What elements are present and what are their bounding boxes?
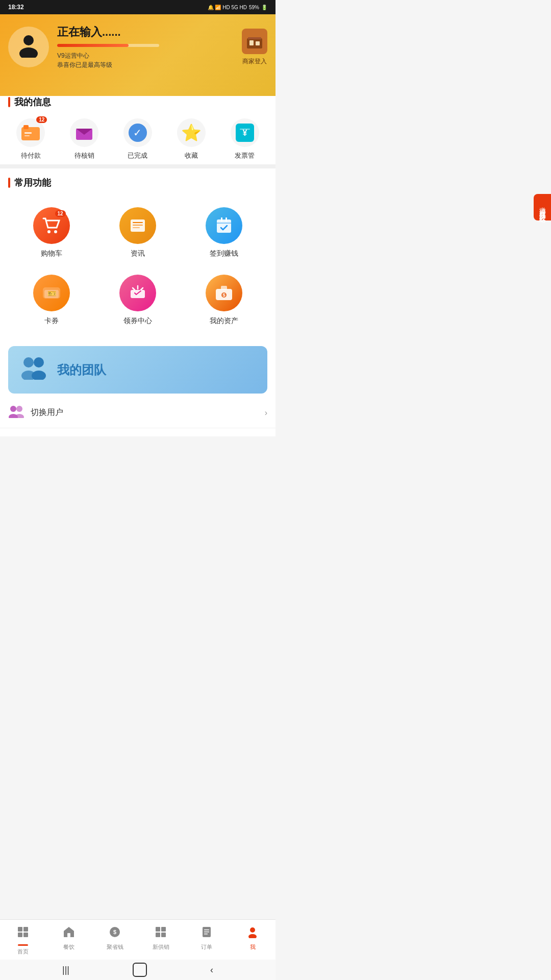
merchant-icon [242,29,267,54]
svg-point-33 [23,357,34,368]
switch-user-arrow-icon: › [265,408,267,418]
switch-user-button[interactable]: 切换用户 › [0,398,276,428]
status-right: 🔔 📶 HD 5G HD 59% 🔋 [208,5,267,10]
completed-label: 已完成 [128,151,147,160]
svg-rect-18 [133,222,143,223]
favorites-label: 收藏 [185,151,198,160]
team-label: 我的团队 [57,362,106,378]
switch-user-icon [8,404,24,422]
svg-rect-20 [133,227,140,228]
svg-rect-19 [133,225,143,226]
feature-card-voucher[interactable]: 🎫 卡券 [8,266,94,334]
svg-rect-22 [217,223,231,224]
svg-rect-3 [248,37,261,39]
section-bar [8,97,10,107]
progress-bar-fill [57,44,129,47]
news-label: 资讯 [131,249,145,258]
feature-news[interactable]: 资讯 [94,199,181,266]
my-team-banner[interactable]: 我的团队 [8,346,267,394]
pending-verify-label: 待核销 [74,151,94,160]
svg-rect-14 [240,129,250,130]
invoice-icon: ¥ [236,124,254,142]
switch-user-label: 切换用户 [31,407,259,418]
avatar[interactable] [8,27,49,67]
divider-1 [0,164,276,168]
order-item-favorites[interactable]: ⭐ 收藏 [164,114,218,164]
invoice-label: 发票管 [235,151,255,160]
svg-point-0 [23,35,34,45]
status-battery: 59% [249,5,259,10]
pending-payment-badge: 12 [36,116,47,123]
svg-point-40 [15,414,24,418]
status-time: 18:32 [8,4,24,11]
svg-point-34 [34,357,44,368]
card-voucher-label: 卡券 [44,316,59,326]
svg-rect-4 [249,40,254,45]
svg-text:$: $ [223,292,226,298]
checkin-label: 签到赚钱 [210,249,238,258]
shopping-cart-label: 购物车 [41,249,62,258]
pending-payment-icon-wrapper: 12 [16,118,45,147]
svg-text:¥: ¥ [242,129,247,137]
typing-text: 正在输入...... [57,24,234,40]
my-assets-icon-wrapper: $ [206,275,242,311]
card-voucher-icon-wrapper: 🎫 [33,275,70,311]
status-bar: 18:32 🔔 📶 HD 5G HD 59% 🔋 [0,0,276,14]
svg-point-36 [32,371,46,380]
status-icons: 🔔 📶 HD 5G HD [208,5,247,10]
svg-point-15 [47,230,51,233]
merchant-label: 商家登入 [242,57,267,66]
header-info: 正在输入...... V9运营中心 恭喜你已是最高等级 [57,24,234,69]
checkin-icon-wrapper [206,207,242,244]
coupon-center-icon-wrapper [119,275,156,311]
order-item-invoice[interactable]: ¥ 发票管 [218,114,271,164]
svg-rect-24 [226,217,227,222]
coupon-center-label: 领券中心 [123,316,152,326]
common-features-section-header: 常用功能 [0,168,276,195]
merchant-login-button[interactable]: 商家登入 [242,29,267,66]
svg-point-37 [10,406,16,412]
favorites-icon-wrapper: ⭐ [177,118,206,147]
my-info-title: 我的信息 [14,96,51,108]
svg-point-1 [19,47,38,58]
svg-rect-30 [221,286,227,290]
svg-rect-23 [221,217,222,222]
shopping-cart-icon-wrapper: 12 [33,207,70,244]
level-desc: 恭喜你已是最高等级 [57,60,234,69]
pending-payment-label: 待付款 [21,151,41,160]
main-card: 我的信息 12 待付款 待核销 [0,88,276,436]
cart-icon-wrap: 12 [41,214,62,237]
section-bar-2 [8,178,10,188]
svg-rect-2 [247,38,262,48]
team-icon [18,354,49,385]
features-grid: 12 购物车 资讯 [0,195,276,342]
svg-rect-9 [24,135,30,136]
svg-rect-28 [131,290,145,298]
battery-icon: 🔋 [261,5,267,10]
order-item-completed[interactable]: ✓ 已完成 [111,114,165,164]
svg-text:🎫: 🎫 [47,289,56,298]
order-item-pending-verify[interactable]: 待核销 [58,114,111,164]
header: 正在输入...... V9运营中心 恭喜你已是最高等级 商家登入 [0,14,276,96]
cart-badge: 12 [55,210,66,217]
feature-shopping-cart[interactable]: 12 购物车 [8,199,94,266]
pending-verify-icon-wrapper [70,118,98,147]
progress-bar-container [57,44,159,47]
favorites-icon: ⭐ [181,123,202,142]
feature-my-assets[interactable]: $ 我的资产 [181,266,267,334]
feature-coupon-center[interactable]: 领券中心 [94,266,181,334]
my-assets-label: 我的资产 [210,316,238,326]
order-item-pending-payment[interactable]: 12 待付款 [4,114,58,164]
svg-rect-8 [24,132,32,134]
svg-point-38 [16,406,22,412]
order-icons-row: 12 待付款 待核销 ✓ 已完成 ⭐ 收藏 [0,114,276,164]
news-icon-wrapper [119,207,156,244]
common-features-title: 常用功能 [14,177,51,189]
svg-rect-7 [23,125,29,129]
svg-rect-5 [256,41,260,45]
feature-checkin[interactable]: 签到赚钱 [181,199,267,266]
svg-rect-21 [217,219,231,233]
completed-icon: ✓ [129,124,147,142]
invoice-icon-wrapper: ¥ [231,118,259,147]
level-center: V9运营中心 [57,51,234,60]
